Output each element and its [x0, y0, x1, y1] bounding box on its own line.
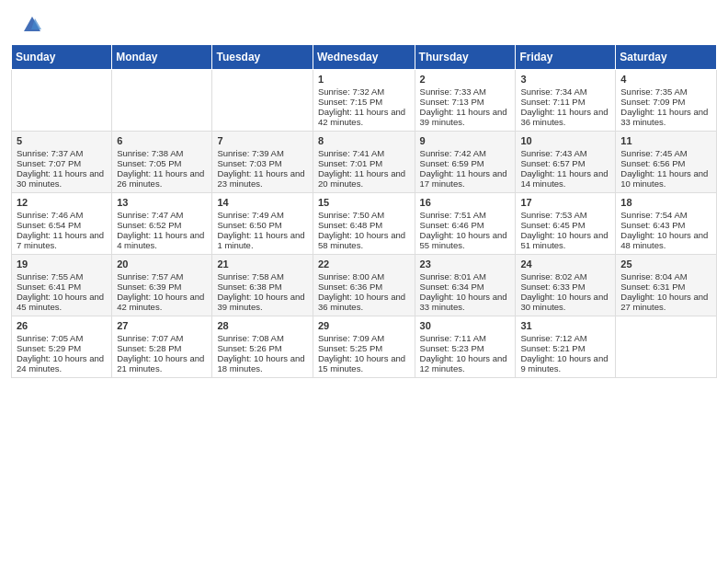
calendar-cell: 17Sunrise: 7:53 AMSunset: 6:45 PMDayligh… — [516, 193, 616, 255]
sunset-text: Sunset: 6:34 PM — [420, 282, 511, 292]
day-number: 5 — [17, 135, 107, 146]
day-number: 29 — [318, 320, 410, 331]
sunrise-text: Sunrise: 7:57 AM — [117, 271, 207, 282]
calendar-cell — [112, 70, 212, 132]
day-number: 7 — [217, 135, 307, 146]
page: SundayMondayTuesdayWednesdayThursdayFrid… — [0, 0, 728, 563]
sunrise-text: Sunrise: 7:55 AM — [17, 271, 107, 282]
day-number: 9 — [420, 135, 511, 146]
day-number: 23 — [420, 259, 511, 270]
calendar-cell: 13Sunrise: 7:47 AMSunset: 6:52 PMDayligh… — [112, 193, 212, 255]
sunrise-text: Sunrise: 7:42 AM — [420, 148, 511, 158]
daylight-text: Daylight: 11 hours and 4 minutes. — [117, 230, 207, 250]
calendar-cell: 18Sunrise: 7:54 AMSunset: 6:43 PMDayligh… — [616, 193, 717, 255]
daylight-text: Daylight: 10 hours and 15 minutes. — [318, 353, 410, 373]
sunrise-text: Sunrise: 7:37 AM — [17, 148, 107, 158]
sunset-text: Sunset: 6:52 PM — [117, 220, 207, 230]
sunset-text: Sunset: 5:23 PM — [420, 343, 511, 353]
week-row-4: 19Sunrise: 7:55 AMSunset: 6:41 PMDayligh… — [12, 255, 717, 316]
sunset-text: Sunset: 5:25 PM — [318, 343, 410, 353]
calendar-cell — [616, 316, 717, 378]
calendar-cell: 10Sunrise: 7:43 AMSunset: 6:57 PMDayligh… — [516, 132, 616, 193]
sunset-text: Sunset: 7:07 PM — [17, 158, 107, 168]
sunset-text: Sunset: 7:15 PM — [318, 97, 410, 107]
sunrise-text: Sunrise: 7:11 AM — [420, 333, 511, 343]
sunrise-text: Sunrise: 7:51 AM — [420, 210, 511, 220]
sunrise-text: Sunrise: 7:32 AM — [318, 86, 410, 97]
day-number: 21 — [217, 259, 307, 270]
daylight-text: Daylight: 10 hours and 12 minutes. — [420, 353, 511, 373]
week-row-2: 5Sunrise: 7:37 AMSunset: 7:07 PMDaylight… — [12, 132, 717, 193]
daylight-text: Daylight: 10 hours and 55 minutes. — [420, 230, 511, 250]
day-number: 15 — [318, 197, 410, 208]
sunrise-text: Sunrise: 7:39 AM — [217, 148, 307, 158]
day-number: 28 — [217, 320, 307, 331]
logo — [18, 15, 42, 35]
calendar-cell: 8Sunrise: 7:41 AMSunset: 7:01 PMDaylight… — [313, 132, 415, 193]
sunrise-text: Sunrise: 8:01 AM — [420, 271, 511, 282]
daylight-text: Daylight: 11 hours and 26 minutes. — [117, 168, 207, 189]
day-number: 24 — [520, 259, 610, 270]
day-number: 10 — [520, 135, 610, 146]
calendar-cell — [212, 70, 313, 132]
calendar-cell: 25Sunrise: 8:04 AMSunset: 6:31 PMDayligh… — [616, 255, 717, 316]
sunrise-text: Sunrise: 7:46 AM — [17, 210, 107, 220]
day-number: 14 — [217, 197, 307, 208]
daylight-text: Daylight: 10 hours and 36 minutes. — [318, 292, 410, 312]
daylight-text: Daylight: 11 hours and 30 minutes. — [17, 168, 107, 189]
weekday-header-wednesday: Wednesday — [313, 45, 415, 70]
sunset-text: Sunset: 6:43 PM — [620, 220, 711, 230]
daylight-text: Daylight: 11 hours and 42 minutes. — [318, 107, 410, 127]
sunrise-text: Sunrise: 7:35 AM — [620, 86, 711, 97]
sunset-text: Sunset: 6:36 PM — [318, 282, 410, 292]
weekday-header-tuesday: Tuesday — [212, 45, 313, 70]
sunrise-text: Sunrise: 7:54 AM — [620, 210, 711, 220]
calendar-cell: 22Sunrise: 8:00 AMSunset: 6:36 PMDayligh… — [313, 255, 415, 316]
sunrise-text: Sunrise: 7:05 AM — [17, 333, 107, 343]
calendar-cell: 3Sunrise: 7:34 AMSunset: 7:11 PMDaylight… — [516, 70, 616, 132]
sunset-text: Sunset: 6:59 PM — [420, 158, 511, 168]
sunrise-text: Sunrise: 7:45 AM — [620, 148, 711, 158]
sunset-text: Sunset: 7:01 PM — [318, 158, 410, 168]
daylight-text: Daylight: 10 hours and 18 minutes. — [217, 353, 307, 373]
day-number: 16 — [420, 197, 511, 208]
sunrise-text: Sunrise: 7:43 AM — [520, 148, 610, 158]
daylight-text: Daylight: 10 hours and 42 minutes. — [117, 292, 207, 312]
day-number: 25 — [620, 259, 711, 270]
daylight-text: Daylight: 11 hours and 20 minutes. — [318, 168, 410, 189]
calendar-cell: 28Sunrise: 7:08 AMSunset: 5:26 PMDayligh… — [212, 316, 313, 378]
daylight-text: Daylight: 11 hours and 1 minute. — [217, 230, 307, 250]
calendar-cell: 20Sunrise: 7:57 AMSunset: 6:39 PMDayligh… — [112, 255, 212, 316]
week-row-1: 1Sunrise: 7:32 AMSunset: 7:15 PMDaylight… — [12, 70, 717, 132]
weekday-header-sunday: Sunday — [12, 45, 112, 70]
calendar-cell: 23Sunrise: 8:01 AMSunset: 6:34 PMDayligh… — [415, 255, 516, 316]
sunset-text: Sunset: 6:48 PM — [318, 220, 410, 230]
daylight-text: Daylight: 11 hours and 7 minutes. — [17, 230, 107, 250]
sunrise-text: Sunrise: 7:50 AM — [318, 210, 410, 220]
sunrise-text: Sunrise: 7:47 AM — [117, 210, 207, 220]
day-number: 1 — [318, 74, 410, 85]
calendar-cell: 15Sunrise: 7:50 AMSunset: 6:48 PMDayligh… — [313, 193, 415, 255]
day-number: 26 — [17, 320, 107, 331]
calendar-cell: 6Sunrise: 7:38 AMSunset: 7:05 PMDaylight… — [112, 132, 212, 193]
weekday-header-friday: Friday — [516, 45, 616, 70]
sunrise-text: Sunrise: 7:58 AM — [217, 271, 307, 282]
weekday-header-monday: Monday — [112, 45, 212, 70]
calendar-cell: 1Sunrise: 7:32 AMSunset: 7:15 PMDaylight… — [313, 70, 415, 132]
day-number: 20 — [117, 259, 207, 270]
weekday-header-row: SundayMondayTuesdayWednesdayThursdayFrid… — [12, 45, 717, 70]
calendar-cell: 7Sunrise: 7:39 AMSunset: 7:03 PMDaylight… — [212, 132, 313, 193]
week-row-3: 12Sunrise: 7:46 AMSunset: 6:54 PMDayligh… — [12, 193, 717, 255]
day-number: 18 — [620, 197, 711, 208]
weekday-header-saturday: Saturday — [616, 45, 717, 70]
sunset-text: Sunset: 7:03 PM — [217, 158, 307, 168]
calendar-cell: 14Sunrise: 7:49 AMSunset: 6:50 PMDayligh… — [212, 193, 313, 255]
daylight-text: Daylight: 10 hours and 33 minutes. — [420, 292, 511, 312]
sunrise-text: Sunrise: 7:49 AM — [217, 210, 307, 220]
day-number: 31 — [520, 320, 610, 331]
day-number: 13 — [117, 197, 207, 208]
sunset-text: Sunset: 7:05 PM — [117, 158, 207, 168]
sunrise-text: Sunrise: 7:53 AM — [520, 210, 610, 220]
calendar-cell: 19Sunrise: 7:55 AMSunset: 6:41 PMDayligh… — [12, 255, 112, 316]
calendar-cell: 2Sunrise: 7:33 AMSunset: 7:13 PMDaylight… — [415, 70, 516, 132]
